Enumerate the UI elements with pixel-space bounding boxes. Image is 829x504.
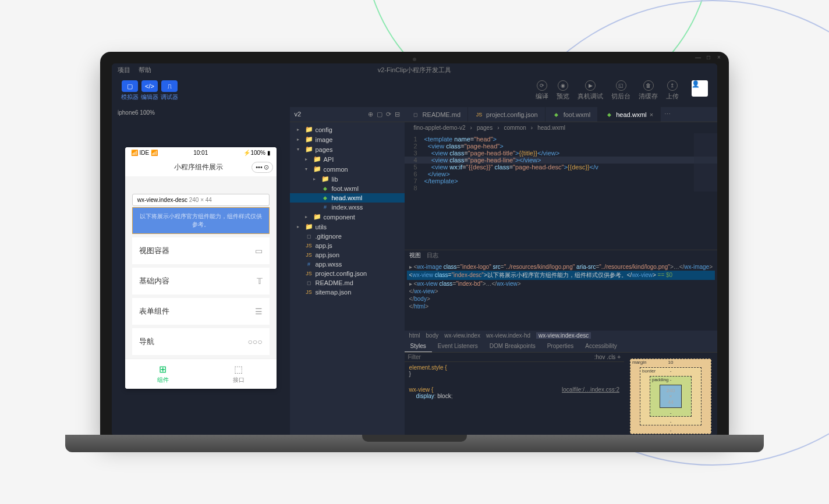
clear-cache-button[interactable]: 🗑清缓存 bbox=[639, 80, 658, 101]
list-item[interactable]: 导航○○○ bbox=[132, 328, 270, 355]
crumb-item[interactable]: wx-view.index bbox=[444, 332, 480, 339]
file-icon: # bbox=[321, 204, 330, 210]
avatar[interactable]: 👤 bbox=[692, 80, 708, 97]
tree-item[interactable]: ▸📁lib bbox=[290, 174, 405, 184]
tree-item[interactable]: ◻README.md bbox=[290, 278, 405, 288]
capsule-menu[interactable]: ••• ⊙ bbox=[251, 162, 273, 173]
tabbar-component[interactable]: ⊞组件 bbox=[125, 359, 201, 389]
phone-simulator: 📶 IDE 📶 10:01 ⚡100% ▮ 小程序组件展示 ••• ⊙ wx-v… bbox=[125, 147, 277, 389]
dom-tree[interactable]: ▸ <wx-image class="index-logo" src="../r… bbox=[405, 261, 717, 331]
file-icon: JS bbox=[305, 243, 313, 249]
devtools-tab-console[interactable]: 日志 bbox=[427, 251, 438, 260]
chevron-icon: ▸ bbox=[297, 137, 303, 142]
item-icon: 𝕋 bbox=[257, 276, 263, 286]
dom-node[interactable]: </html> bbox=[407, 303, 715, 310]
devtools-subtab[interactable]: DOM Breakpoints bbox=[484, 340, 541, 352]
tree-item[interactable]: ▸📁component bbox=[290, 212, 405, 222]
css-rule[interactable]: element.style {} bbox=[405, 362, 624, 379]
dom-node[interactable]: ▸ <wx-view class="index-bd">…</wx-view> bbox=[407, 280, 715, 288]
dom-node[interactable]: </wx-view> bbox=[407, 288, 715, 295]
editor-tab[interactable]: ◆foot.wxml bbox=[545, 107, 598, 122]
file-icon: JS bbox=[305, 252, 313, 258]
editor-tab[interactable]: ◆head.wxml× bbox=[598, 107, 661, 122]
tree-item[interactable]: ▸📁image bbox=[290, 134, 405, 144]
tree-item[interactable]: ◻.gitignore bbox=[290, 232, 405, 241]
item-icon: ○○○ bbox=[247, 337, 262, 346]
tree-item[interactable]: ◆foot.wxml bbox=[290, 184, 405, 193]
tree-item[interactable]: ▸📁utils bbox=[290, 222, 405, 232]
crumb-item[interactable]: body bbox=[426, 332, 439, 339]
dom-node[interactable]: </body> bbox=[407, 295, 715, 303]
devtools-subtab[interactable]: Properties bbox=[541, 340, 580, 352]
crumb-item[interactable]: wx-view.index-hd bbox=[486, 332, 530, 339]
new-folder-icon[interactable]: ▢ bbox=[377, 111, 382, 118]
list-item[interactable]: 视图容器▭ bbox=[132, 237, 270, 264]
tree-item[interactable]: JSsitemap.json bbox=[290, 288, 405, 297]
filter-tools[interactable]: :hov .cls + bbox=[594, 354, 621, 360]
folder-icon: 📁 bbox=[305, 223, 313, 230]
collapse-icon[interactable]: ⊟ bbox=[395, 111, 400, 118]
folder-icon: 📁 bbox=[305, 145, 313, 153]
chevron-icon: ▾ bbox=[305, 166, 311, 172]
tree-item[interactable]: JSapp.js bbox=[290, 241, 405, 250]
list-item[interactable]: 表单组件☰ bbox=[132, 298, 270, 325]
crumb-item[interactable]: wx-view.index-desc bbox=[536, 332, 591, 339]
tabbar-api[interactable]: ⬚接口 bbox=[201, 359, 277, 389]
simulator-label: 模拟器 bbox=[121, 93, 139, 101]
minimap[interactable] bbox=[694, 133, 717, 191]
code-editor[interactable]: 1<template name="head">2 <view class="pa… bbox=[405, 133, 717, 250]
new-file-icon[interactable]: ⊕ bbox=[368, 111, 373, 118]
chevron-icon: ▸ bbox=[313, 176, 319, 182]
status-carrier: 📶 IDE 📶 bbox=[131, 150, 158, 156]
crumb-item[interactable]: html bbox=[409, 332, 420, 339]
debugger-button[interactable]: ⎍ bbox=[161, 80, 178, 92]
file-icon: JS bbox=[475, 112, 483, 118]
more-button[interactable]: ⋯ bbox=[661, 107, 674, 122]
simulator-button[interactable]: ▢ bbox=[122, 80, 138, 92]
folder-icon: 📁 bbox=[313, 213, 321, 221]
file-icon: ◆ bbox=[605, 112, 613, 118]
tree-item[interactable]: ▸📁API bbox=[290, 154, 405, 164]
tree-item[interactable]: JSproject.config.json bbox=[290, 269, 405, 278]
background-button[interactable]: ◱切后台 bbox=[611, 80, 630, 101]
cube-icon: ⬚ bbox=[206, 364, 272, 375]
refresh-icon[interactable]: ⟳ bbox=[386, 111, 391, 118]
folder-icon: 📁 bbox=[313, 155, 321, 163]
file-explorer: v2 ⊕ ▢ ⟳ ⊟ ▸📁config▸📁image▾📁pages▸📁API▾📁… bbox=[290, 107, 405, 436]
editor-tab[interactable]: JSproject.config.json bbox=[468, 107, 545, 122]
folder-icon: 📁 bbox=[313, 165, 321, 173]
dom-node[interactable]: ▸ <wx-image class="index-logo" src="../r… bbox=[407, 263, 715, 271]
styles-filter-input[interactable] bbox=[408, 354, 594, 360]
file-icon: ◆ bbox=[552, 112, 561, 118]
file-icon: ◻ bbox=[305, 280, 313, 286]
devtools-subtab[interactable]: Event Listeners bbox=[432, 340, 484, 352]
tree-item[interactable]: #index.wxss bbox=[290, 203, 405, 212]
file-icon: # bbox=[305, 261, 313, 267]
devtools-subtab[interactable]: Accessibility bbox=[579, 340, 622, 352]
compile-button[interactable]: ⟳编译 bbox=[536, 80, 548, 101]
item-icon: ☰ bbox=[255, 307, 263, 316]
breadcrumb: fino-applet-demo-v2›pages›common›head.wx… bbox=[405, 122, 717, 133]
tree-item[interactable]: ▾📁common bbox=[290, 164, 405, 174]
tree-item[interactable]: ◆head.wxml bbox=[290, 193, 405, 203]
chevron-icon: ▸ bbox=[297, 127, 303, 132]
preview-button[interactable]: ◉预览 bbox=[557, 80, 569, 101]
upload-button[interactable]: ↥上传 bbox=[666, 80, 679, 101]
close-icon[interactable]: × bbox=[650, 111, 653, 118]
tree-item[interactable]: ▸📁config bbox=[290, 125, 405, 134]
more-icon: ••• bbox=[256, 164, 263, 171]
dom-node[interactable]: <wx-view class="index-desc">以下将展示小程序官方组件… bbox=[407, 271, 715, 280]
editor-button[interactable]: </> bbox=[141, 80, 158, 92]
tree-item[interactable]: JSapp.json bbox=[290, 250, 405, 260]
remote-debug-button[interactable]: ▶真机调试 bbox=[578, 80, 603, 101]
tree-item[interactable]: #app.wxss bbox=[290, 260, 405, 269]
styles-pane[interactable]: :hov .cls + element.style {}</span><span… bbox=[405, 353, 624, 436]
editor-tab[interactable]: ◻README.md bbox=[405, 107, 468, 122]
list-item[interactable]: 基础内容𝕋 bbox=[132, 268, 270, 294]
chevron-icon: ▾ bbox=[297, 147, 303, 152]
devtools-tab-view[interactable]: 视图 bbox=[409, 251, 421, 260]
tree-item[interactable]: ▾📁pages bbox=[290, 144, 405, 154]
css-rule[interactable]: </span><span class="rule-sel">.index-des… bbox=[405, 379, 624, 384]
css-rule[interactable]: localfile:/…index.css:2wx-view {display:… bbox=[405, 384, 624, 402]
devtools-subtab[interactable]: Styles bbox=[405, 340, 432, 352]
